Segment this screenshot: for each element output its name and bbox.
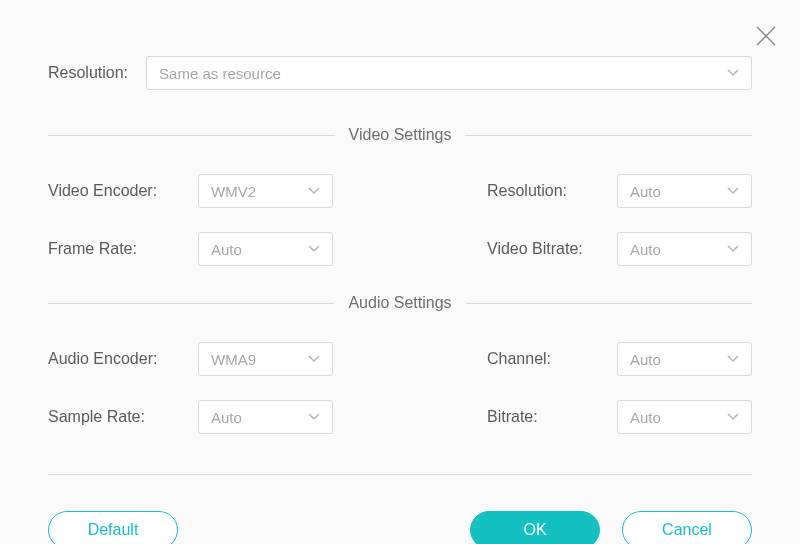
audio-encoder-label: Audio Encoder: xyxy=(48,350,188,368)
ok-button-label: OK xyxy=(523,521,546,539)
frame-rate-value: Auto xyxy=(211,241,242,258)
divider xyxy=(466,303,752,304)
channel-select[interactable]: Auto xyxy=(617,342,752,376)
frame-rate-select[interactable]: Auto xyxy=(198,232,333,266)
chevron-down-icon xyxy=(308,187,320,195)
video-resolution-value: Auto xyxy=(630,183,661,200)
chevron-down-icon xyxy=(727,413,739,421)
resolution-select[interactable]: Same as resource xyxy=(146,56,752,90)
resolution-value: Same as resource xyxy=(159,65,281,82)
chevron-down-icon xyxy=(308,245,320,253)
cancel-button-label: Cancel xyxy=(662,521,712,539)
video-encoder-label: Video Encoder: xyxy=(48,182,188,200)
audio-settings-title: Audio Settings xyxy=(348,294,451,312)
audio-bitrate-label: Bitrate: xyxy=(487,408,607,426)
default-button-label: Default xyxy=(88,521,139,539)
chevron-down-icon xyxy=(727,69,739,77)
sample-rate-label: Sample Rate: xyxy=(48,408,188,426)
sample-rate-select[interactable]: Auto xyxy=(198,400,333,434)
divider xyxy=(48,303,334,304)
video-settings-title: Video Settings xyxy=(349,126,452,144)
audio-encoder-select[interactable]: WMA9 xyxy=(198,342,333,376)
video-resolution-select[interactable]: Auto xyxy=(617,174,752,208)
default-button[interactable]: Default xyxy=(48,511,178,544)
video-bitrate-select[interactable]: Auto xyxy=(617,232,752,266)
chevron-down-icon xyxy=(727,187,739,195)
video-encoder-select[interactable]: WMV2 xyxy=(198,174,333,208)
close-icon[interactable] xyxy=(754,24,778,48)
video-bitrate-value: Auto xyxy=(630,241,661,258)
divider xyxy=(48,474,752,475)
chevron-down-icon xyxy=(727,355,739,363)
sample-rate-value: Auto xyxy=(211,409,242,426)
divider xyxy=(48,135,335,136)
audio-encoder-value: WMA9 xyxy=(211,351,256,368)
video-bitrate-label: Video Bitrate: xyxy=(487,240,607,258)
channel-label: Channel: xyxy=(487,350,607,368)
frame-rate-label: Frame Rate: xyxy=(48,240,188,258)
divider xyxy=(465,135,752,136)
chevron-down-icon xyxy=(308,413,320,421)
resolution-label: Resolution: xyxy=(48,64,128,82)
video-resolution-label: Resolution: xyxy=(487,182,607,200)
audio-bitrate-select[interactable]: Auto xyxy=(617,400,752,434)
cancel-button[interactable]: Cancel xyxy=(622,511,752,544)
audio-bitrate-value: Auto xyxy=(630,409,661,426)
ok-button[interactable]: OK xyxy=(470,511,600,544)
video-encoder-value: WMV2 xyxy=(211,183,256,200)
chevron-down-icon xyxy=(308,355,320,363)
channel-value: Auto xyxy=(630,351,661,368)
chevron-down-icon xyxy=(727,245,739,253)
